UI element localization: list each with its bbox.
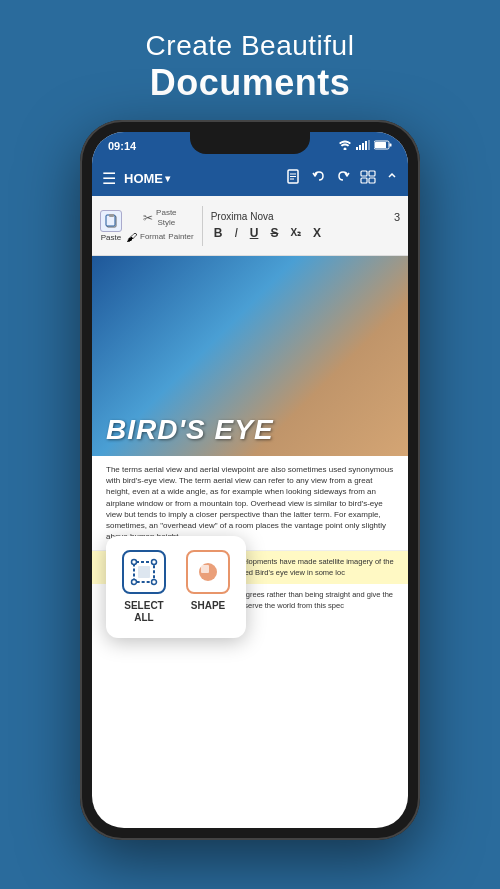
home-label[interactable]: HOME ▾ xyxy=(124,171,170,186)
header-subtitle: Create Beautiful xyxy=(20,30,480,62)
hero-area: BIRD'S EYE xyxy=(92,256,408,456)
strikethrough-button[interactable]: S xyxy=(267,225,281,241)
wifi-icon xyxy=(338,140,352,152)
shape-menu-item[interactable]: SHAPE xyxy=(186,550,230,624)
shape-icon-box xyxy=(186,550,230,594)
document-area: BIRD'S EYE The terms aerial view and aer… xyxy=(92,256,408,828)
svg-rect-5 xyxy=(368,140,370,150)
phone-frame: 09:14 xyxy=(80,120,420,840)
paste-icon xyxy=(100,210,122,232)
hero-title: BIRD'S EYE xyxy=(106,414,274,446)
context-menu: SELECTALL SHAPE xyxy=(106,536,246,638)
font-row: Proxima Nova 3 xyxy=(211,211,400,223)
cut-icon[interactable]: ✂ xyxy=(143,211,153,225)
select-all-label: SELECTALL xyxy=(124,600,163,624)
font-name[interactable]: Proxima Nova xyxy=(211,211,376,222)
phone-screen: 09:14 xyxy=(92,132,408,828)
svg-rect-8 xyxy=(390,144,392,147)
status-time: 09:14 xyxy=(108,140,136,152)
format-divider xyxy=(202,206,203,246)
paste-style-button[interactable]: Paste Style xyxy=(156,208,176,227)
format-painter-button[interactable]: 🖌 Format Painter xyxy=(126,231,194,243)
toolbar-top: ☰ HOME ▾ xyxy=(92,160,408,196)
toolbar-icons xyxy=(286,169,398,188)
battery-icon xyxy=(374,140,392,152)
svg-rect-4 xyxy=(365,141,367,150)
shape-icon xyxy=(194,558,222,586)
svg-rect-21 xyxy=(138,566,150,578)
svg-rect-14 xyxy=(369,171,375,176)
svg-point-25 xyxy=(152,580,157,585)
svg-rect-27 xyxy=(201,565,209,573)
paste-group: Paste xyxy=(100,210,122,242)
format-painter-icon: 🖌 xyxy=(126,231,137,243)
formatting-buttons: B I U S X₂ X xyxy=(211,225,400,241)
format-toolbar: Paste ✂ Paste Style 🖌 xyxy=(92,196,408,256)
svg-point-23 xyxy=(152,560,157,565)
view-icon[interactable] xyxy=(360,169,376,188)
cut-copy-group: ✂ Paste Style 🖌 Format Painter xyxy=(126,208,194,242)
svg-point-22 xyxy=(132,560,137,565)
hamburger-menu[interactable]: ☰ xyxy=(102,169,116,188)
svg-point-0 xyxy=(344,148,347,151)
bold-button[interactable]: B xyxy=(211,225,226,241)
svg-point-24 xyxy=(132,580,137,585)
phone-wrapper: 09:14 xyxy=(80,120,420,840)
close-button[interactable]: X xyxy=(310,225,324,241)
shape-label: SHAPE xyxy=(191,600,225,612)
svg-rect-19 xyxy=(109,214,114,217)
italic-button[interactable]: I xyxy=(231,225,240,241)
signal-icon xyxy=(356,140,370,152)
svg-rect-15 xyxy=(361,178,367,183)
svg-rect-7 xyxy=(375,142,386,148)
svg-rect-16 xyxy=(369,178,375,183)
select-all-icon xyxy=(130,558,158,586)
doc-icon[interactable] xyxy=(286,169,302,188)
undo-icon[interactable] xyxy=(312,170,326,187)
header-section: Create Beautiful Documents xyxy=(0,0,500,124)
svg-rect-13 xyxy=(361,171,367,176)
svg-rect-1 xyxy=(356,147,358,150)
font-size[interactable]: 3 xyxy=(380,211,400,223)
underline-button[interactable]: U xyxy=(247,225,262,241)
paste-button[interactable]: Paste xyxy=(100,210,122,242)
format-right: Proxima Nova 3 B I U S X₂ X xyxy=(211,211,400,241)
svg-rect-2 xyxy=(359,145,361,150)
header-title: Documents xyxy=(20,62,480,104)
svg-rect-3 xyxy=(362,143,364,150)
redo-icon[interactable] xyxy=(336,170,350,187)
subscript-button[interactable]: X₂ xyxy=(287,226,304,239)
body-text: The terms aerial view and aerial viewpoi… xyxy=(106,464,394,542)
select-all-menu-item[interactable]: SELECTALL xyxy=(122,550,166,624)
expand-icon[interactable] xyxy=(386,170,398,186)
phone-notch xyxy=(190,132,310,154)
status-icons xyxy=(338,140,392,152)
select-all-icon-box xyxy=(122,550,166,594)
